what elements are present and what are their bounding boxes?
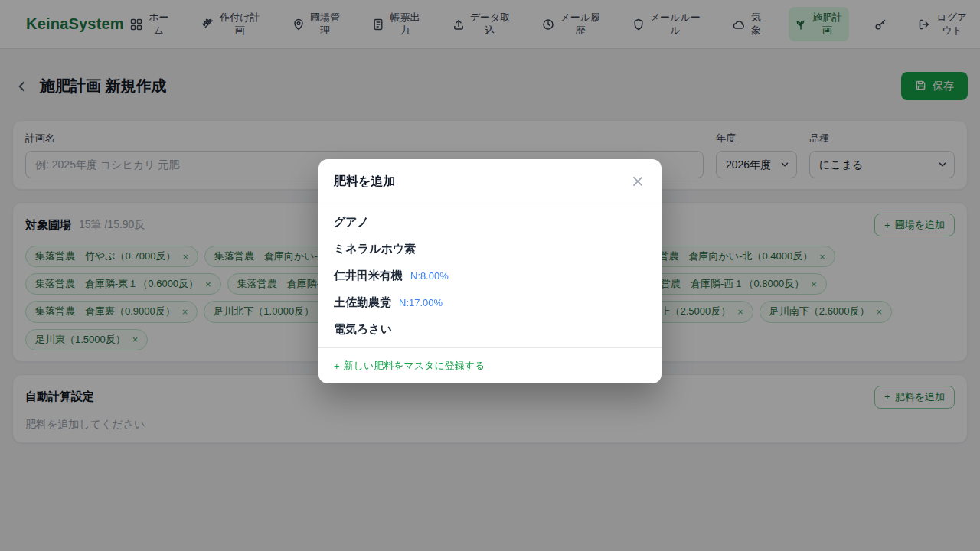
register-new-fertilizer-link[interactable]: + 新しい肥料をマスタに登録する	[334, 359, 485, 373]
add-fertilizer-modal: 肥料を追加 グアノ ミネラルホウ素 仁井田米有機 N:8.00% 土佐勤農党 N…	[318, 159, 662, 383]
fertilizer-name: 土佐勤農党	[334, 295, 391, 310]
fertilizer-name: グアノ	[334, 215, 369, 230]
close-icon[interactable]	[629, 173, 646, 190]
fertilizer-npk: N:17.00%	[399, 297, 443, 308]
modal-title: 肥料を追加	[334, 174, 395, 190]
plus-icon: +	[334, 360, 340, 372]
fertilizer-option[interactable]: ミネラルホウ素	[318, 236, 662, 262]
fertilizer-option[interactable]: 電気ろさい	[318, 316, 662, 343]
fertilizer-name: ミネラルホウ素	[334, 242, 416, 256]
fertilizer-name: 電気ろさい	[334, 322, 392, 337]
fertilizer-npk: N:8.00%	[410, 270, 449, 282]
fertilizer-list: グアノ ミネラルホウ素 仁井田米有機 N:8.00% 土佐勤農党 N:17.00…	[318, 204, 662, 348]
fertilizer-option[interactable]: 仁井田米有機 N:8.00%	[318, 262, 662, 289]
fertilizer-name: 仁井田米有機	[334, 269, 403, 283]
fertilizer-option[interactable]: 土佐勤農党 N:17.00%	[318, 289, 662, 316]
fertilizer-option[interactable]: グアノ	[318, 209, 662, 236]
